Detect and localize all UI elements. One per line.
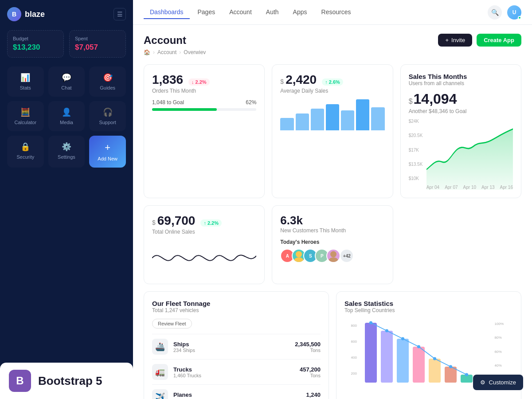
os-up-icon: ↑	[203, 220, 206, 226]
heroes-section: Today's Heroes A S P +42	[280, 239, 384, 263]
online-sales-card: $ 69,700 ↑ 2.2% Total Online Sales	[144, 205, 265, 284]
mini-bar-chart	[280, 99, 384, 130]
svg-point-17	[401, 337, 404, 340]
budget-card: Budget $13,230	[7, 30, 64, 58]
sidebar-item-media[interactable]: 👤 Media	[48, 101, 85, 131]
wavy-chart	[152, 240, 256, 276]
orders-badge: ↓ 2.2%	[188, 78, 210, 86]
sidebar-item-guides[interactable]: 🎯 Guides	[89, 66, 126, 97]
calculator-label: Calculator	[15, 120, 37, 125]
sidebar-item-security[interactable]: 🔒 Security	[7, 136, 44, 168]
svg-rect-10	[397, 339, 409, 383]
bar-3	[311, 109, 324, 130]
nav-auth[interactable]: Auth	[260, 6, 285, 19]
trucks-val-num: 457,200	[300, 366, 321, 373]
customize-button[interactable]: ⚙ Customize	[473, 375, 523, 390]
invite-plus-icon: +	[445, 37, 449, 43]
trucks-info: Trucks 1,460 Trucks	[173, 366, 300, 378]
trucks-sub: 1,460 Trucks	[173, 373, 300, 378]
sidebar-item-chat[interactable]: 💬 Chat	[48, 66, 85, 97]
spent-value: $7,057	[75, 43, 120, 52]
svg-text:200: 200	[351, 372, 357, 376]
invite-button[interactable]: + Invite	[438, 34, 472, 47]
svg-point-21	[465, 373, 468, 376]
svg-text:400: 400	[351, 356, 357, 360]
trucks-value: 457,200 Tons	[300, 366, 321, 378]
nav-apps[interactable]: Apps	[287, 6, 313, 19]
progress-bar-fill	[152, 108, 217, 111]
sidebar-item-support[interactable]: 🎧 Support	[89, 101, 126, 131]
nav-account[interactable]: Account	[223, 6, 258, 19]
line-chart: $24K $20.5K $17K $13.5K $10K	[409, 119, 513, 190]
bootstrap-icon: B	[9, 370, 31, 392]
svg-point-2	[330, 251, 336, 258]
up-arrow-icon: ↑	[325, 79, 328, 85]
svg-point-15	[369, 321, 372, 324]
security-icon: 🔒	[20, 142, 30, 152]
orders-label: Orders This Month	[152, 88, 256, 94]
nav-grid: 📊 Stats 💬 Chat 🎯 Guides 🧮 Calculator 👤 M…	[7, 66, 126, 168]
sales-stats-title: Sales Statistics	[344, 300, 513, 307]
sales-stats-subtitle: Top Selling Countries	[344, 307, 513, 313]
avatar-5	[326, 249, 340, 263]
top-nav-links: Dashboards Pages Account Auth Apps Resou…	[144, 6, 357, 19]
search-button[interactable]: 🔍	[488, 5, 502, 20]
svg-rect-11	[413, 347, 425, 383]
user-avatar[interactable]: U	[507, 5, 521, 20]
customers-number: 6.3k	[280, 214, 384, 227]
customize-icon: ⚙	[480, 379, 485, 386]
wavy-svg	[152, 240, 256, 276]
breadcrumb-account[interactable]: Account	[157, 49, 176, 55]
sidebar-item-calculator[interactable]: 🧮 Calculator	[7, 101, 44, 131]
svg-text:100%: 100%	[495, 322, 504, 326]
fleet-trucks: 🚛 Trucks 1,460 Trucks 457,200 Tons	[152, 359, 321, 384]
avatars-row: A S P +42	[280, 249, 384, 263]
sidebar-item-settings[interactable]: ⚙️ Settings	[48, 136, 85, 168]
media-label: Media	[60, 120, 73, 125]
create-app-button[interactable]: Create App	[477, 34, 521, 47]
bar-2	[296, 113, 309, 131]
security-label: Security	[16, 154, 34, 160]
planes-info: Planes 8 Aircrafts	[173, 391, 306, 399]
sidebar-item-add-new[interactable]: + Add New	[89, 136, 126, 168]
svg-point-16	[385, 329, 388, 332]
orders-number: 1,836	[152, 73, 183, 87]
planes-name: Planes	[173, 391, 306, 398]
svg-text:40%: 40%	[495, 364, 502, 368]
sales-goal: Another $48,346 to Goal	[409, 108, 513, 114]
dollar-prefix: $	[280, 78, 284, 85]
sidebar-item-stats[interactable]: 📊 Stats	[7, 66, 44, 97]
nav-dashboards[interactable]: Dashboards	[144, 6, 190, 19]
support-label: Support	[99, 120, 116, 125]
support-icon: 🎧	[103, 107, 113, 117]
stats-label: Stats	[20, 85, 31, 90]
os-dollar: $	[152, 219, 156, 226]
nav-resources[interactable]: Resources	[315, 6, 357, 19]
settings-icon: ⚙️	[62, 142, 71, 152]
menu-icon[interactable]: ☰	[113, 8, 126, 20]
nav-pages[interactable]: Pages	[192, 6, 222, 19]
breadcrumb-home[interactable]: 🏠	[144, 49, 150, 55]
planes-icon: ✈️	[152, 389, 168, 399]
x-apr13: Apr 13	[481, 185, 494, 190]
goal-pct: 62%	[246, 99, 256, 106]
page-title: Account	[144, 34, 186, 47]
budget-value: $13,230	[13, 43, 58, 52]
review-fleet-button[interactable]: Review Fleet	[152, 319, 192, 329]
fleet-subtitle: Total 1,247 vehicles	[152, 307, 321, 313]
svg-point-1	[294, 258, 304, 263]
header-actions: + Invite Create App	[438, 34, 521, 47]
logo-icon: B	[7, 7, 21, 21]
x-axis-labels: Apr 04 Apr 07 Apr 10 Apr 13 Apr 16	[426, 185, 513, 190]
ships-sub: 234 Ships	[173, 348, 295, 353]
guides-label: Guides	[100, 85, 115, 90]
spent-card: Spent $7,057	[69, 30, 126, 58]
logo-area: B blaze	[7, 7, 45, 21]
budget-row: Budget $13,230 Spent $7,057	[7, 30, 126, 58]
media-icon: 👤	[62, 107, 71, 117]
bar-7	[371, 107, 384, 131]
y-135k: $13.5K	[409, 162, 423, 167]
ships-val-num: 2,345,500	[295, 341, 321, 348]
y-axis-labels: $24K $20.5K $17K $13.5K $10K	[409, 119, 423, 181]
bottom-grid: Our Fleet Tonnage Total 1,247 vehicles R…	[144, 291, 521, 399]
